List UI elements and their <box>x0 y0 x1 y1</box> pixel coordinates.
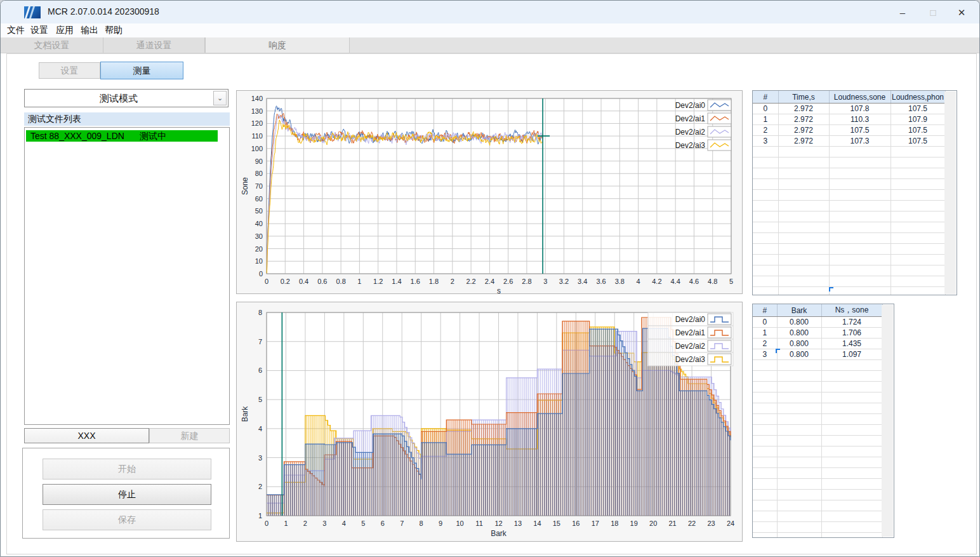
stop-button[interactable]: 停止 <box>43 484 211 505</box>
table-row-empty[interactable] <box>753 211 945 222</box>
table-cell[interactable]: 2.972 <box>778 114 829 125</box>
table-row[interactable]: 22.972107.5107.5 <box>753 125 945 136</box>
table-row-empty[interactable] <box>753 255 945 265</box>
table-cell[interactable]: 107.5 <box>891 125 945 136</box>
menu-help[interactable]: 帮助 <box>105 25 122 36</box>
table-cell[interactable]: 107.9 <box>891 114 945 125</box>
table-row-empty[interactable] <box>753 522 882 533</box>
table-row-empty[interactable] <box>753 425 882 436</box>
chevron-down-icon[interactable]: ⌄ <box>213 91 227 105</box>
table-row-empty[interactable] <box>753 371 882 382</box>
table-row-empty[interactable] <box>753 265 945 276</box>
table-cell[interactable]: 0 <box>753 317 777 328</box>
minimize-button[interactable]: – <box>896 6 910 20</box>
table-cell[interactable]: 1.435 <box>821 339 882 349</box>
loudness-table-scroll-area[interactable] <box>944 91 956 294</box>
svg-text:10: 10 <box>456 520 463 527</box>
table-row[interactable]: 20.8001.435 <box>753 339 882 349</box>
maximize-button[interactable]: □ <box>926 6 940 20</box>
table-row[interactable]: 02.972107.8107.5 <box>753 104 945 114</box>
table-cell[interactable]: 2.972 <box>778 125 829 136</box>
table-row-empty[interactable] <box>753 511 882 522</box>
measure-control-group: 开始 停止 保存 <box>22 448 230 539</box>
menu-apply[interactable]: 应用 <box>56 25 74 36</box>
tab-loudness[interactable]: 响度 <box>205 37 350 53</box>
table-row-empty[interactable] <box>753 190 945 201</box>
table-row[interactable]: 30.8001.097 <box>753 349 882 360</box>
table-cell[interactable]: 0.800 <box>777 339 821 349</box>
table-row-empty[interactable] <box>753 158 945 168</box>
tab-document-settings[interactable]: 文档设置 <box>1 37 103 53</box>
save-button[interactable]: 保存 <box>43 509 211 530</box>
table-row-empty[interactable] <box>753 382 882 393</box>
subtab-measure[interactable]: 测量 <box>100 62 183 79</box>
table-row-empty[interactable] <box>753 436 882 446</box>
table-cell[interactable]: 1.706 <box>821 328 882 339</box>
table-row-empty[interactable] <box>753 276 945 287</box>
table-cell[interactable]: 1 <box>753 114 778 125</box>
table-row-empty[interactable] <box>753 490 882 500</box>
table-cell[interactable]: 1.097 <box>821 349 882 360</box>
xxx-button[interactable]: XXX <box>24 428 149 443</box>
list-item-active-test[interactable]: Test 88_XXX_009_LDN 测试中 <box>26 130 218 142</box>
new-button[interactable]: 新建 <box>149 428 230 443</box>
tab-channel-settings[interactable]: 通道设置 <box>103 37 205 53</box>
table-row-empty[interactable] <box>753 179 945 190</box>
table-row-empty[interactable] <box>753 233 945 244</box>
specific-loudness-chart[interactable]: 1234567801234567891011121314151617181920… <box>237 302 742 541</box>
table-cell[interactable]: 3 <box>753 349 777 360</box>
table-cell[interactable]: 0 <box>753 104 778 114</box>
table-cell[interactable]: 2 <box>753 125 778 136</box>
column-header: # <box>753 304 777 317</box>
bark-table-scroll-area[interactable] <box>882 305 893 537</box>
table-cell[interactable]: 107.5 <box>829 125 891 136</box>
table-row-empty[interactable] <box>753 287 945 296</box>
table-cell[interactable]: 107.8 <box>829 104 891 114</box>
table-row-empty[interactable] <box>753 393 882 403</box>
table-cell[interactable]: 1.724 <box>821 317 882 328</box>
table-row-empty[interactable] <box>753 244 945 255</box>
subtab-settings[interactable]: 设置 <box>39 62 100 79</box>
table-cell[interactable]: 2.972 <box>778 136 829 147</box>
svg-text:120: 120 <box>251 119 263 127</box>
table-cell[interactable]: 0.800 <box>777 317 821 328</box>
svg-text:6: 6 <box>258 366 262 374</box>
table-cell[interactable]: 2 <box>753 339 777 349</box>
test-file-list[interactable]: Test 88_XXX_009_LDN 测试中 <box>24 127 230 425</box>
table-cell[interactable]: 107.5 <box>891 136 945 147</box>
table-cell[interactable]: 107.5 <box>891 104 945 114</box>
test-mode-dropdown[interactable]: 测试模式 ⌄ <box>24 89 228 107</box>
table-row[interactable]: 10.8001.706 <box>753 328 882 339</box>
table-row-empty[interactable] <box>753 500 882 511</box>
table-row-empty[interactable] <box>753 168 945 179</box>
loudness-time-chart[interactable]: 010203040506070809010011012013014000.20.… <box>237 91 742 293</box>
table-row[interactable]: 32.972107.3107.5 <box>753 136 945 147</box>
table-cell[interactable]: 110.3 <box>829 114 891 125</box>
table-row-empty[interactable] <box>753 201 945 211</box>
table-row-empty[interactable] <box>753 222 945 233</box>
table-cell[interactable]: 3 <box>753 136 778 147</box>
menu-output[interactable]: 输出 <box>81 25 98 36</box>
table-row-empty[interactable] <box>753 147 945 158</box>
start-button[interactable]: 开始 <box>43 459 211 480</box>
table-row-empty[interactable] <box>753 403 882 414</box>
close-button[interactable]: ✕ <box>955 6 969 20</box>
table-row-empty[interactable] <box>753 360 882 371</box>
table-cell[interactable]: 1 <box>753 328 777 339</box>
table-row-empty[interactable] <box>753 533 882 539</box>
table-row-empty[interactable] <box>753 446 882 457</box>
table-row[interactable]: 00.8001.724 <box>753 317 882 328</box>
menu-file[interactable]: 文件 <box>7 25 25 36</box>
table-row[interactable]: 12.972110.3107.9 <box>753 114 945 125</box>
table-row-empty[interactable] <box>753 479 882 490</box>
table-row-empty[interactable] <box>753 457 882 468</box>
table-cell[interactable]: 0.800 <box>777 349 821 360</box>
svg-text:130: 130 <box>251 107 263 115</box>
table-cell[interactable]: 2.972 <box>778 104 829 114</box>
table-cell[interactable]: 0.800 <box>777 328 821 339</box>
table-cell[interactable]: 107.3 <box>829 136 891 147</box>
svg-text:24: 24 <box>727 520 734 527</box>
menu-settings[interactable]: 设置 <box>30 25 48 36</box>
table-row-empty[interactable] <box>753 468 882 479</box>
table-row-empty[interactable] <box>753 414 882 425</box>
